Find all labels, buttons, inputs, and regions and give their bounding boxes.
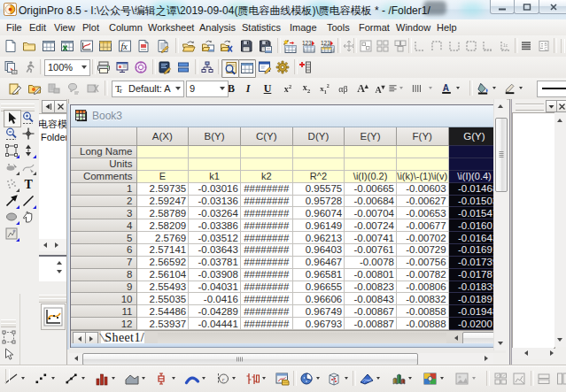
- zoom-combo[interactable]: 100%: [44, 59, 90, 76]
- presentation-button[interactable]: [114, 59, 130, 76]
- row-number-1[interactable]: 1: [71, 183, 137, 196]
- plot-template-button[interactable]: [274, 370, 291, 387]
- dropdown-arrow-icon[interactable]: [202, 377, 205, 381]
- combo-arrow-icon[interactable]: [78, 60, 89, 75]
- new-layout-button[interactable]: [136, 38, 151, 55]
- worksheet-cell[interactable]: 2.59247: [137, 196, 190, 208]
- worksheet-cell[interactable]: [293, 158, 345, 171]
- save-project-button[interactable]: [238, 38, 254, 55]
- add-new-columns-button[interactable]: [298, 59, 314, 76]
- worksheet-cell[interactable]: -0.00888: [397, 318, 449, 330]
- worksheet-cell[interactable]: 2.54486: [137, 305, 190, 318]
- split-workbooks-button[interactable]: [175, 59, 191, 76]
- ws-vscroll-up-button[interactable]: [495, 100, 506, 111]
- worksheet-cell[interactable]: -0.03386: [189, 219, 241, 232]
- worksheet-cell[interactable]: -0.03136: [189, 196, 241, 208]
- worksheet-cell[interactable]: -0.00761: [345, 244, 397, 257]
- clear-format-button[interactable]: [85, 81, 101, 97]
- corner-header-cell[interactable]: [71, 127, 137, 146]
- view-windows-button[interactable]: [238, 59, 256, 78]
- row-number-4[interactable]: 4: [71, 219, 137, 232]
- worksheet-cell[interactable]: 2.58209: [137, 219, 190, 232]
- pe-scroll-left-button[interactable]: [39, 240, 50, 250]
- worksheet-cell[interactable]: ########: [241, 318, 293, 330]
- sheet-tab[interactable]: \Sheet1/: [101, 331, 144, 344]
- dropdown-arrow-icon[interactable]: [408, 377, 412, 381]
- new-workbook-button[interactable]: [41, 38, 57, 55]
- ws-hscroll-left-button[interactable]: [450, 332, 461, 343]
- worksheet-cell[interactable]: [397, 146, 449, 158]
- worksheet-cell[interactable]: -0.01691: [449, 244, 494, 257]
- plot-spline-button[interactable]: [183, 370, 200, 387]
- worksheet-cell[interactable]: -0.01643: [449, 232, 494, 244]
- worksheet-window-titlebar[interactable]: Book3: [71, 105, 494, 127]
- new-matrix-button[interactable]: [97, 38, 113, 55]
- menu-column[interactable]: Column: [109, 22, 143, 33]
- rp-scroll-left-button[interactable]: [520, 348, 531, 358]
- worksheet-window[interactable]: Book3 A(X)B(Y)C(Y)D(Y)E(Y)F(Y)G(Y)Long N…: [70, 104, 494, 348]
- worksheet-cell[interactable]: -0.00832: [397, 293, 449, 305]
- dropdown-arrow-icon[interactable]: [345, 377, 348, 381]
- worksheet-cell[interactable]: -0.00702: [397, 232, 449, 244]
- plot-stock-button[interactable]: [244, 370, 260, 387]
- dropdown-arrow-icon[interactable]: [142, 377, 145, 381]
- edit-annotation-button[interactable]: [7, 81, 23, 97]
- row-label-long-name[interactable]: Long Name: [71, 146, 137, 158]
- new-notes-button[interactable]: [155, 38, 171, 55]
- extract-layers-button[interactable]: [375, 38, 391, 55]
- right-panel-vscrollbar[interactable]: [554, 112, 566, 347]
- extract-graphs-button[interactable]: [511, 370, 528, 387]
- worksheet-cell[interactable]: -0.01839: [449, 281, 494, 294]
- right-panel-body[interactable]: [512, 112, 555, 349]
- save-template-button[interactable]: [257, 38, 273, 55]
- worksheet-cell[interactable]: k2: [241, 171, 293, 183]
- subscript-button[interactable]: x2: [300, 81, 313, 97]
- worksheet-cell[interactable]: [189, 146, 241, 158]
- column-header-C[interactable]: C(Y): [241, 127, 293, 146]
- arrange-vertical-button[interactable]: [554, 370, 566, 387]
- worksheet-cell[interactable]: -0.00684: [345, 196, 397, 208]
- worksheet-cell[interactable]: [293, 146, 345, 158]
- new-folder-button[interactable]: [21, 38, 37, 55]
- worksheet-cell[interactable]: ########: [241, 305, 293, 318]
- menu-file[interactable]: File: [6, 22, 22, 33]
- pe2-scroll-down-button[interactable]: [53, 267, 65, 277]
- dropdown-arrow-icon[interactable]: [472, 377, 476, 381]
- column-header-A[interactable]: A(X): [137, 127, 190, 146]
- worksheet-cell[interactable]: 0.96581: [293, 269, 345, 281]
- rp-scroll-up-button[interactable]: [554, 114, 565, 125]
- comment-button[interactable]: [66, 81, 81, 97]
- plot-contour-button[interactable]: [422, 370, 438, 387]
- worksheet-cell[interactable]: ########: [241, 257, 293, 269]
- ws-hscroll-right-button[interactable]: [481, 353, 492, 364]
- worksheet-cell[interactable]: 0.96213: [293, 232, 345, 244]
- pointer-outline-tool-button[interactable]: [1, 346, 17, 362]
- dropdown-arrow-icon[interactable]: [51, 377, 55, 381]
- worksheet-cell[interactable]: 2.55493: [137, 281, 190, 294]
- column-header-F[interactable]: F(Y): [397, 127, 449, 146]
- worksheet-cell[interactable]: 0.95728: [293, 196, 345, 208]
- pe-dock-button[interactable]: [42, 100, 55, 113]
- fill-color-button[interactable]: [477, 81, 490, 97]
- line-style-combo[interactable]: [537, 81, 566, 97]
- worksheet-cell[interactable]: -0.03264: [189, 207, 241, 219]
- pointer-tool-button[interactable]: [4, 110, 21, 127]
- video-capture-button[interactable]: [133, 59, 149, 76]
- subsuperscript-button[interactable]: x12: [318, 81, 331, 97]
- worksheet-cell[interactable]: 2.56104: [137, 269, 190, 281]
- plot-image-button[interactable]: [454, 370, 470, 387]
- line-color-button[interactable]: [504, 81, 516, 97]
- combo-arrow-icon[interactable]: [172, 81, 183, 96]
- print-button[interactable]: [96, 59, 112, 76]
- code-builder-button[interactable]: [157, 59, 173, 76]
- merge-layers-button[interactable]: [392, 38, 408, 55]
- polygon-tool-button[interactable]: [4, 226, 19, 242]
- worksheet-cell[interactable]: -0.00741: [345, 232, 397, 244]
- menu-help[interactable]: Help: [437, 22, 457, 33]
- worksheet-cell[interactable]: -0.00782: [397, 269, 449, 281]
- dropdown-arrow-icon[interactable]: [81, 377, 85, 381]
- run-script-button[interactable]: [21, 59, 37, 76]
- worksheet-cell[interactable]: [397, 158, 449, 171]
- cluster-tool-button[interactable]: [4, 176, 19, 192]
- dropdown-arrow-icon[interactable]: [399, 87, 403, 91]
